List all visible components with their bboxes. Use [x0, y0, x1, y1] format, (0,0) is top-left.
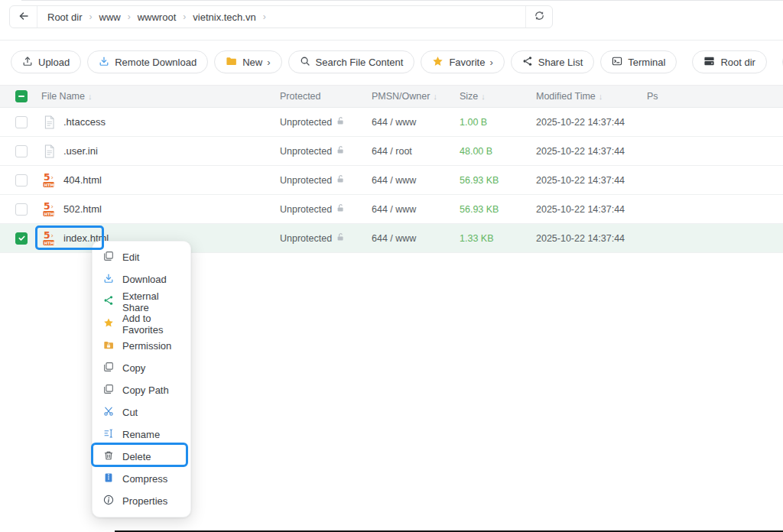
pmsn-owner-cell: 644 / www	[372, 204, 460, 215]
breadcrumb-item-wwwroot[interactable]: wwwroot	[138, 11, 177, 23]
breadcrumb-item-www[interactable]: www	[99, 11, 121, 23]
menu-item-download[interactable]: Download	[93, 268, 190, 290]
unlock-icon	[336, 232, 345, 244]
row-checkbox[interactable]	[15, 203, 28, 216]
pmsn-owner-cell: 644 / www	[372, 233, 460, 244]
file-name-cell[interactable]: .user.ini	[41, 143, 280, 160]
new-folder-icon	[226, 56, 237, 69]
modified-time-cell: 2025-10-22 14:37:44	[536, 233, 647, 244]
menu-item-rename[interactable]: Rename	[93, 423, 190, 446]
size-value: 56.93 KB	[460, 175, 499, 186]
menu-item-properties[interactable]: Properties	[93, 490, 190, 512]
search-icon	[300, 56, 310, 69]
refresh-button[interactable]	[525, 6, 552, 28]
back-button[interactable]	[10, 6, 37, 28]
svg-text:5: 5	[43, 201, 50, 212]
scissors-icon	[103, 406, 114, 419]
pmsn-owner-cell: 644 / www	[372, 175, 460, 186]
table-row[interactable]: 5›HTML 502.html Unprotected 644 / www 56…	[0, 195, 783, 224]
menu-item-delete-label: Delete	[122, 451, 151, 462]
size-value: 56.93 KB	[460, 204, 499, 215]
menu-item-cut[interactable]: Cut	[93, 401, 190, 423]
size-cell: 56.93 KB	[460, 204, 536, 215]
breadcrumb-item-vietnix[interactable]: vietnix.tech.vn	[193, 11, 255, 23]
column-header-ps-label: Ps	[647, 91, 658, 102]
svg-text:HTML: HTML	[44, 183, 56, 187]
column-header-pmsn-owner[interactable]: PMSN/Owner ↓	[372, 91, 460, 102]
remote-download-button[interactable]: Remote Download	[87, 50, 208, 73]
trash-icon	[103, 450, 114, 463]
protected-cell: Unprotected	[280, 203, 372, 215]
html-file-icon: 5›HTML	[41, 201, 57, 218]
favorite-button-label: Favorite	[449, 57, 485, 68]
protected-cell: Unprotected	[280, 174, 372, 186]
file-name-cell[interactable]: 5›HTML 404.html	[41, 172, 280, 189]
column-header-file-name[interactable]: File Name ↓	[41, 91, 280, 102]
row-checkbox[interactable]	[15, 145, 28, 157]
text-file-icon	[41, 114, 57, 131]
table-header-row: File Name ↓ Protected PMSN/Owner ↓ Size …	[0, 85, 783, 108]
file-name-label: .htaccess	[63, 116, 106, 128]
pmsn-owner-cell: 644 / www	[372, 117, 460, 128]
file-name-cell[interactable]: .htaccess	[41, 114, 280, 131]
upload-button-label: Upload	[38, 57, 70, 68]
menu-item-permission[interactable]: Permission	[93, 335, 190, 357]
menu-item-delete[interactable]: Delete	[93, 446, 190, 468]
file-table: File Name ↓ Protected PMSN/Owner ↓ Size …	[0, 85, 783, 253]
menu-item-copy-path[interactable]: Copy Path	[93, 379, 190, 401]
table-row[interactable]: .user.ini Unprotected 644 / root 48.00 B…	[0, 137, 783, 166]
protected-cell: Unprotected	[280, 232, 372, 244]
menu-item-external-share[interactable]: External Share	[93, 290, 190, 313]
column-header-size[interactable]: Size ↓	[460, 91, 536, 102]
favorite-button[interactable]: Favorite ›	[421, 50, 504, 73]
menu-item-external-share-label: External Share	[122, 290, 183, 313]
breadcrumb-item-root-dir[interactable]: Root dir	[47, 11, 83, 23]
external-share-icon	[103, 295, 114, 308]
size-cell: 56.93 KB	[460, 175, 536, 186]
svg-text:5: 5	[43, 172, 50, 183]
select-all-checkbox[interactable]	[15, 90, 28, 102]
sort-arrow-icon: ↓	[599, 92, 603, 101]
root-dir-button[interactable]: Root dir	[692, 50, 767, 73]
remote-download-icon	[99, 56, 109, 69]
share-list-button-label: Share List	[538, 57, 583, 68]
sort-arrow-icon: ↓	[433, 92, 437, 101]
table-row[interactable]: 5›HTML 404.html Unprotected 644 / www 56…	[0, 166, 783, 195]
row-checkbox-checked[interactable]	[15, 232, 28, 245]
file-name-label: 502.html	[63, 203, 102, 215]
row-checkbox[interactable]	[15, 116, 28, 128]
column-header-modified-time[interactable]: Modified Time ↓	[536, 91, 647, 102]
compress-icon	[103, 472, 114, 485]
search-file-content-button[interactable]: Search File Content	[288, 50, 415, 73]
column-header-ps[interactable]: Ps	[647, 91, 783, 102]
menu-item-copy[interactable]: Copy	[93, 357, 190, 379]
unlock-icon	[336, 145, 345, 157]
terminal-button-label: Terminal	[628, 57, 665, 68]
svg-text:›: ›	[50, 174, 53, 182]
table-row[interactable]: .htaccess Unprotected 644 / www 1.00 B 2…	[0, 108, 783, 137]
terminal-icon	[612, 56, 622, 69]
menu-item-compress[interactable]: Compress	[93, 468, 190, 490]
breadcrumb-separator: ›	[183, 11, 186, 22]
terminal-button[interactable]: Terminal	[600, 50, 677, 73]
share-list-button[interactable]: Share List	[511, 50, 595, 73]
unlock-icon	[336, 203, 345, 215]
menu-item-download-label: Download	[122, 274, 167, 285]
new-button[interactable]: New ›	[214, 50, 281, 73]
upload-button[interactable]: Upload	[11, 50, 81, 73]
svg-text:›: ›	[50, 232, 53, 240]
page-top-border	[21, 0, 783, 1]
pmsn-owner-cell: 644 / root	[372, 146, 460, 157]
column-header-modified-time-label: Modified Time	[536, 91, 596, 102]
indeterminate-minus-icon	[18, 92, 25, 100]
html-file-icon: 5›HTML	[41, 172, 57, 189]
share-icon	[522, 56, 533, 69]
column-header-protected[interactable]: Protected	[280, 91, 372, 102]
menu-item-edit[interactable]: Edit	[93, 246, 190, 268]
file-name-cell[interactable]: 5›HTML 502.html	[41, 201, 280, 218]
size-cell: 48.00 B	[460, 146, 536, 157]
row-checkbox[interactable]	[15, 174, 28, 187]
html-file-icon: 5›HTML	[41, 230, 57, 247]
menu-item-add-to-favorites[interactable]: Add to Favorites	[93, 313, 190, 335]
menu-item-properties-label: Properties	[122, 495, 167, 507]
